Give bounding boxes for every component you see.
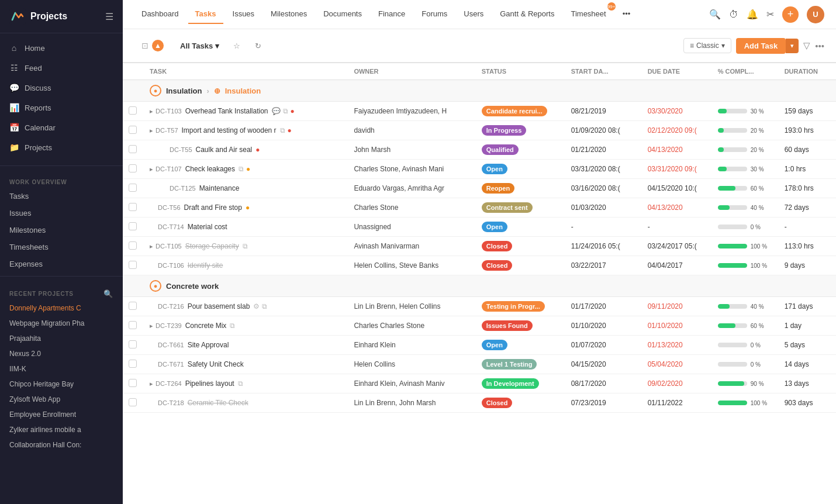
row-checkbox[interactable] — [129, 379, 137, 387]
task-name-label[interactable]: Safety Unit Check — [188, 360, 244, 368]
project-search-icon[interactable]: 🔍 — [103, 289, 113, 298]
refresh-button[interactable]: ↻ — [250, 37, 266, 54]
row-checkbox[interactable] — [129, 302, 137, 310]
status-badge[interactable]: Open — [482, 164, 507, 174]
status-badge[interactable]: Open — [482, 222, 507, 232]
task-name-label[interactable]: Storage Capacity — [185, 242, 239, 250]
task-name-label[interactable]: Overhead Tank Installation — [185, 107, 268, 115]
tab-issues[interactable]: Issues — [226, 5, 262, 24]
task-name-label[interactable]: Import and testing of wooden r — [182, 126, 277, 134]
project-item-prajaahita[interactable]: Prajaahita — [0, 331, 123, 346]
row-checkbox[interactable] — [129, 398, 137, 406]
copy-icon[interactable]: ⧉ — [238, 379, 243, 388]
row-checkbox[interactable] — [129, 360, 137, 368]
topnav-more-icon[interactable]: ••• — [616, 5, 638, 24]
hamburger-icon[interactable]: ☰ — [105, 11, 113, 22]
expand-icon[interactable]: ▸ — [150, 127, 153, 134]
chat-icon[interactable]: 💬 — [272, 107, 281, 115]
tab-forums[interactable]: Forums — [414, 5, 454, 24]
project-item-collab[interactable]: Collaboration Hall Con: — [0, 437, 123, 453]
row-checkbox[interactable] — [129, 106, 137, 115]
status-badge[interactable]: Candidate recrui... — [482, 106, 547, 116]
expand-icon[interactable]: ▸ — [150, 108, 153, 115]
copy-icon[interactable]: ⧉ — [239, 165, 244, 173]
project-item-webpage[interactable]: Webpage Migration Pha — [0, 316, 123, 331]
status-badge[interactable]: Testing in Progr... — [482, 301, 545, 312]
status-badge[interactable]: Open — [482, 340, 507, 350]
settings-icon[interactable]: ⚙ — [253, 302, 260, 310]
copy-icon[interactable]: ⧉ — [243, 242, 248, 250]
expand-icon[interactable]: ▸ — [150, 165, 153, 173]
status-badge[interactable]: In Progress — [482, 125, 527, 136]
tab-users[interactable]: Users — [457, 5, 490, 24]
row-checkbox[interactable] — [129, 340, 137, 348]
task-name-label[interactable]: Ceramic Tile Check — [188, 399, 248, 407]
row-checkbox[interactable] — [129, 203, 137, 211]
copy-icon[interactable]: ⧉ — [230, 322, 235, 330]
tab-tasks[interactable]: Tasks — [188, 5, 223, 24]
copy-icon[interactable]: ⧉ — [283, 107, 288, 115]
group-expand-icon[interactable]: ● — [150, 85, 161, 96]
project-item-nexus[interactable]: Nexus 2.0 — [0, 346, 123, 361]
task-name-label[interactable]: Caulk and Air seal — [196, 146, 253, 154]
tab-dashboard[interactable]: Dashboard — [134, 5, 186, 24]
task-name-label[interactable]: Concrete Mix — [185, 322, 227, 330]
row-checkbox[interactable] — [129, 241, 137, 250]
project-item-zylker[interactable]: Zylker airlines mobile a — [0, 422, 123, 437]
task-name-label[interactable]: Material cost — [188, 223, 227, 231]
task-name-label[interactable]: Pipelines layout — [185, 379, 234, 388]
status-badge[interactable]: Contract sent — [482, 202, 533, 213]
status-badge[interactable]: In Development — [482, 378, 539, 389]
expand-icon[interactable]: ▸ — [150, 322, 153, 330]
row-checkbox[interactable] — [129, 261, 137, 269]
sidebar-item-timesheets[interactable]: Timesheets — [0, 239, 123, 256]
sidebar-item-expenses[interactable]: Expenses — [0, 256, 123, 272]
sidebar-item-issues[interactable]: Issues — [0, 205, 123, 222]
expand-icon[interactable]: ▸ — [150, 243, 153, 250]
task-name-label[interactable]: Identify site — [188, 261, 223, 270]
sidebar-item-calendar[interactable]: 📅 Calendar — [0, 118, 123, 137]
sidebar-item-milestones[interactable]: Milestones — [0, 222, 123, 239]
add-task-button[interactable]: Add Task — [736, 38, 786, 54]
filter-icon[interactable]: ▽ — [803, 40, 810, 51]
clock-icon[interactable]: ⏱ — [729, 9, 738, 20]
scissors-icon[interactable]: ✂ — [766, 9, 774, 20]
status-badge[interactable]: Reopen — [482, 183, 514, 194]
more-options-icon[interactable]: ••• — [815, 41, 824, 51]
sidebar-item-projects[interactable]: 📁 Projects — [0, 137, 123, 157]
tab-finance[interactable]: Finance — [371, 5, 412, 24]
tab-documents[interactable]: Documents — [316, 5, 369, 24]
status-badge[interactable]: Qualified — [482, 144, 519, 155]
status-badge[interactable]: Level 1 Testing — [482, 359, 537, 370]
row-checkbox[interactable] — [129, 321, 137, 329]
task-name-label[interactable]: Draft and Fire stop — [184, 203, 242, 212]
row-checkbox[interactable] — [129, 126, 137, 134]
task-name-label[interactable]: Pour basement slab — [188, 302, 250, 310]
search-icon[interactable]: 🔍 — [709, 9, 721, 20]
row-checkbox[interactable] — [129, 184, 137, 192]
project-item-employee[interactable]: Employee Enrollment — [0, 407, 123, 422]
sidebar-item-feed[interactable]: ☷ Feed — [0, 58, 123, 78]
task-name-label[interactable]: Site Approval — [188, 341, 229, 349]
project-item-iimk[interactable]: IIM-K — [0, 361, 123, 377]
row-checkbox[interactable] — [129, 145, 137, 153]
user-avatar[interactable]: U — [807, 6, 824, 23]
sidebar-item-discuss[interactable]: 💬 Discuss — [0, 78, 123, 98]
group-expand-icon[interactable]: ● — [150, 280, 161, 292]
sidebar-item-home[interactable]: ⌂ Home — [0, 38, 123, 58]
global-add-button[interactable]: + — [782, 6, 799, 23]
expand-icon[interactable]: ▸ — [150, 380, 153, 388]
project-item-zylsoft[interactable]: Zylsoft Web App — [0, 392, 123, 407]
task-name-label[interactable]: Maintenance — [199, 184, 240, 192]
status-badge[interactable]: Closed — [482, 398, 513, 408]
project-item-chipco[interactable]: Chipco Heritage Bay — [0, 377, 123, 392]
project-item-donnelly[interactable]: Donnelly Apartments C — [0, 301, 123, 316]
tab-gantt[interactable]: Gantt & Reports — [493, 5, 561, 24]
sidebar-item-reports[interactable]: 📊 Reports — [0, 98, 123, 118]
view-selector[interactable]: ≡ Classic ▾ — [683, 38, 731, 53]
status-badge[interactable]: Closed — [482, 241, 513, 251]
tab-milestones[interactable]: Milestones — [264, 5, 314, 24]
star-button[interactable]: ☆ — [229, 37, 245, 54]
tab-timesheet[interactable]: Timesheet 99+ — [564, 5, 613, 24]
status-badge[interactable]: Issues Found — [482, 320, 533, 331]
